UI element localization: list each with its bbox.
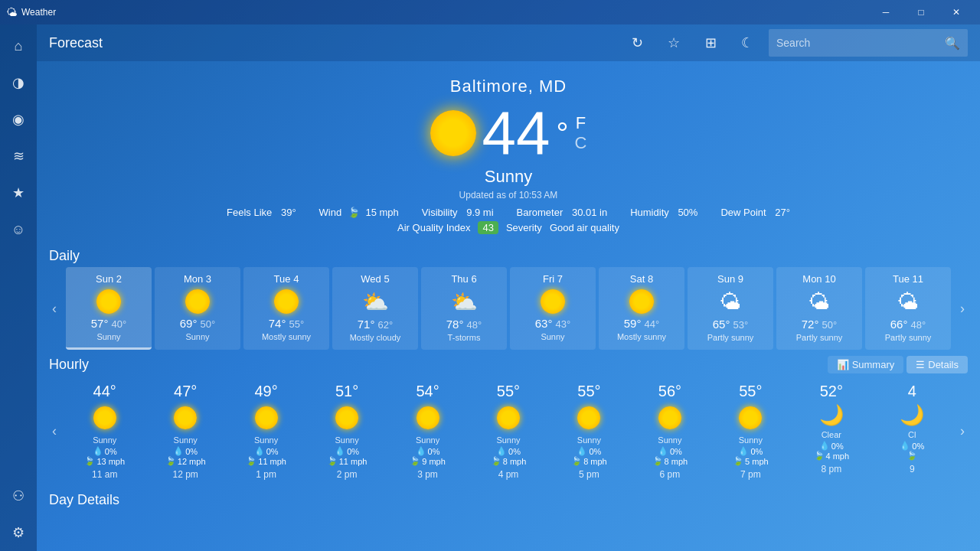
hourly-rain: 💧0%: [311, 446, 382, 456]
hourly-next-button[interactable]: ›: [951, 401, 974, 462]
hourly-card[interactable]: 44° Sunny 💧0% 🍃13 mph 11 am: [66, 377, 143, 486]
daily-card[interactable]: Fri 7 63° 43° Sunny: [510, 267, 596, 350]
hourly-toggle: 📊 Summary ☰ Details: [828, 356, 968, 373]
daily-high: 65° 53°: [694, 318, 767, 331]
hourly-icon: [634, 403, 705, 432]
pin-button[interactable]: ⊞: [695, 28, 726, 58]
severity-value: Good air quality: [550, 222, 619, 233]
daily-icon: 🌤: [782, 289, 856, 315]
sidebar-item-maps[interactable]: ≋: [0, 138, 37, 174]
daily-prev-button[interactable]: ‹: [43, 278, 66, 339]
hourly-condition: Sunny: [472, 435, 544, 445]
details-button[interactable]: ☰ Details: [906, 356, 968, 373]
updated-label: Updated as of 10:53 AM: [37, 190, 980, 201]
hourly-card[interactable]: 54° Sunny 💧0% 🍃9 mph 3 pm: [389, 377, 466, 486]
favorite-button[interactable]: ☆: [658, 28, 689, 58]
sidebar-item-home[interactable]: ⌂: [0, 28, 37, 64]
day-name: Sat 8: [605, 273, 678, 285]
sidebar-item-emoji[interactable]: ☺: [0, 211, 37, 248]
sidebar-item-globe[interactable]: ◉: [0, 101, 37, 138]
daily-high: 63° 43°: [516, 317, 590, 330]
hourly-card[interactable]: 51° Sunny 💧0% 🍃11 mph 2 pm: [308, 377, 385, 486]
daily-icon: 🌤: [694, 289, 767, 315]
weather-details: Feels Like 39° Wind 🍃 15 mph Visibility …: [37, 207, 980, 218]
maximize-button[interactable]: □: [903, 0, 939, 24]
hourly-card[interactable]: 4 🌙 Cl 💧0% 🍃 9: [874, 377, 951, 486]
sidebar-item-settings[interactable]: ⚙: [0, 514, 37, 551]
city-name: Baltimore, MD: [37, 77, 980, 96]
fahrenheit-label[interactable]: F: [575, 113, 587, 133]
daily-card[interactable]: Mon 3 69° 50° Sunny: [155, 267, 240, 350]
barometer-detail: Barometer 30.01 in: [517, 207, 608, 218]
daily-condition: Mostly sunny: [250, 332, 323, 341]
hourly-icon: [715, 403, 786, 432]
app-icon: 🌤: [6, 6, 17, 18]
refresh-button[interactable]: ↻: [622, 28, 652, 58]
current-weather: Baltimore, MD 44 ° F C Sunny Updated as …: [37, 61, 980, 242]
hourly-condition: Cl: [877, 430, 948, 439]
summary-button[interactable]: 📊 Summary: [828, 356, 904, 373]
daily-card[interactable]: Tue 11 🌤 66° 48° Partly sunny: [865, 267, 951, 350]
daily-card[interactable]: Sun 9 🌤 65° 53° Partly sunny: [688, 267, 773, 350]
hourly-temp: 55°: [554, 383, 625, 400]
hourly-condition: Clear: [795, 430, 867, 439]
topbar: Forecast ↻ ☆ ⊞ ☾ 🔍: [37, 24, 980, 61]
hourly-cards: 44° Sunny 💧0% 🍃13 mph 11 am 47° Sunny 💧0…: [66, 377, 951, 486]
hourly-temp: 4: [877, 383, 948, 400]
daily-high: 71° 62°: [338, 318, 412, 331]
hourly-card[interactable]: 47° Sunny 💧0% 🍃12 mph 12 pm: [146, 377, 224, 486]
hourly-card[interactable]: 55° Sunny 💧0% 🍃5 mph 7 pm: [712, 377, 789, 486]
minimize-button[interactable]: ─: [868, 0, 903, 24]
daily-card[interactable]: Mon 10 🌤 72° 50° Partly sunny: [776, 267, 862, 350]
hourly-condition: Sunny: [149, 435, 220, 445]
daily-card[interactable]: Sat 8 59° 44° Mostly sunny: [599, 267, 684, 350]
humidity-detail: Humidity 50%: [630, 207, 697, 218]
celsius-label[interactable]: C: [575, 133, 587, 153]
daily-card[interactable]: Tue 4 74° 55° Mostly sunny: [243, 267, 329, 350]
daily-card[interactable]: Thu 6 ⛅ 78° 48° T-storms: [421, 267, 507, 350]
hourly-time: 8 pm: [795, 464, 867, 474]
hourly-icon: [69, 403, 140, 432]
daily-condition: Partly sunny: [871, 333, 945, 342]
hourly-card[interactable]: 56° Sunny 💧0% 🍃8 mph 6 pm: [631, 377, 708, 486]
search-input[interactable]: [776, 37, 945, 49]
daily-card[interactable]: Sun 2 57° 40° Sunny: [66, 267, 152, 350]
sidebar-bottom: ⚇ ⚙: [0, 478, 37, 551]
hourly-prev-button[interactable]: ‹: [43, 401, 66, 462]
hourly-condition: Sunny: [715, 435, 786, 445]
close-button[interactable]: ✕: [939, 0, 974, 24]
hourly-icon: [392, 403, 463, 432]
sidebar-item-news[interactable]: ◑: [0, 64, 37, 101]
daily-scroll: ‹ Sun 2 57° 40° Sunny Mon 3 69° 50° Sunn…: [37, 267, 980, 350]
day-name: Sun 2: [72, 273, 145, 285]
hourly-condition: Sunny: [69, 435, 140, 445]
daily-icon: [605, 289, 678, 314]
search-icon[interactable]: 🔍: [945, 36, 960, 51]
hourly-time: 2 pm: [311, 469, 382, 480]
wind-detail: Wind 🍃 15 mph: [319, 207, 399, 218]
daily-next-button[interactable]: ›: [951, 278, 974, 339]
hourly-section-title: Hourly: [49, 357, 828, 373]
hourly-card[interactable]: 52° 🌙 Clear 💧0% 🍃4 mph 8 pm: [792, 377, 870, 486]
daily-high: 74° 55°: [250, 317, 323, 330]
hourly-card[interactable]: 55° Sunny 💧0% 🍃8 mph 4 pm: [469, 377, 547, 486]
theme-toggle-button[interactable]: ☾: [732, 28, 763, 58]
hourly-rain: 💧0%: [69, 446, 140, 456]
day-name: Sun 9: [694, 273, 767, 285]
hourly-rain: 💧0%: [877, 441, 948, 451]
daily-card[interactable]: Wed 5 ⛅ 71° 62° Mostly cloudy: [332, 267, 418, 350]
hourly-temp: 51°: [311, 383, 382, 400]
hourly-rain: 💧0%: [795, 441, 867, 451]
hourly-card[interactable]: 49° Sunny 💧0% 🍃11 mph 1 pm: [227, 377, 305, 486]
hourly-temp: 49°: [230, 383, 302, 400]
day-details-title: Day Details: [37, 486, 980, 511]
daily-icon: ⛅: [338, 289, 412, 315]
daily-icon: ⛅: [427, 289, 501, 315]
hourly-card[interactable]: 55° Sunny 💧0% 🍃8 mph 5 pm: [550, 377, 628, 486]
sidebar-item-favorites[interactable]: ★: [0, 174, 37, 211]
hourly-icon: [554, 403, 625, 432]
temperature-row: 44 ° F C: [37, 103, 980, 164]
hourly-wind: 🍃8 mph: [554, 456, 625, 466]
daily-cards: Sun 2 57° 40° Sunny Mon 3 69° 50° Sunny …: [66, 267, 951, 350]
sidebar-item-user[interactable]: ⚇: [0, 478, 37, 514]
